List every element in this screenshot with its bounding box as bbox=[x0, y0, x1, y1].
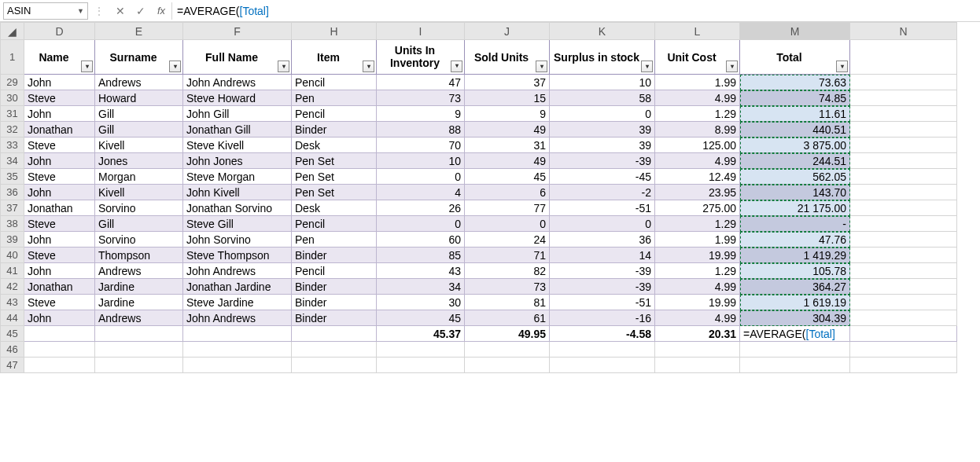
cell[interactable] bbox=[850, 75, 957, 90]
cell-K[interactable]: -39 bbox=[550, 263, 655, 279]
cell-K[interactable]: -51 bbox=[550, 200, 655, 216]
cell-D[interactable]: Jonathan bbox=[24, 122, 95, 138]
col-header-I[interactable]: I bbox=[377, 23, 465, 40]
cell-H[interactable]: Binder bbox=[292, 310, 377, 326]
row-header[interactable]: 37 bbox=[1, 200, 24, 216]
cell[interactable] bbox=[292, 342, 377, 358]
cell[interactable] bbox=[95, 342, 183, 358]
cell-I[interactable]: 10 bbox=[377, 153, 465, 169]
cell[interactable] bbox=[24, 342, 95, 358]
cell-H[interactable]: Pencil bbox=[292, 106, 377, 122]
cell-D[interactable]: Steve bbox=[24, 295, 95, 310]
filter-button[interactable]: ▾ bbox=[536, 60, 547, 72]
cell-M[interactable]: 364.27 bbox=[740, 279, 850, 295]
formula-input[interactable]: =AVERAGE([Total] bbox=[171, 2, 980, 20]
cell[interactable] bbox=[850, 263, 957, 279]
cell-L[interactable]: 8.99 bbox=[655, 122, 740, 138]
row-header[interactable]: 32 bbox=[1, 122, 24, 138]
cell-F[interactable]: Steve Gill bbox=[183, 216, 292, 232]
cell[interactable] bbox=[850, 295, 957, 310]
cell-L[interactable]: 19.99 bbox=[655, 248, 740, 263]
cell-F[interactable]: John Gill bbox=[183, 106, 292, 122]
th-surname[interactable]: Surname▾ bbox=[95, 40, 183, 75]
cell[interactable] bbox=[292, 326, 377, 342]
cell-H[interactable]: Pencil bbox=[292, 263, 377, 279]
cell-H[interactable]: Pen Set bbox=[292, 169, 377, 185]
row-header-1[interactable]: 1 bbox=[1, 40, 24, 75]
col-header-N[interactable]: N bbox=[850, 23, 957, 40]
name-box[interactable]: ASIN ▼ bbox=[3, 2, 88, 20]
cell-M[interactable]: 562.05 bbox=[740, 169, 850, 185]
th-fullname[interactable]: Full Name▾ bbox=[183, 40, 292, 75]
cell[interactable] bbox=[95, 326, 183, 342]
cell-J[interactable]: 0 bbox=[465, 216, 550, 232]
cell-E[interactable]: Jones bbox=[95, 153, 183, 169]
cell[interactable] bbox=[850, 200, 957, 216]
cell-H[interactable]: Pen Set bbox=[292, 153, 377, 169]
cell-F[interactable]: Steve Morgan bbox=[183, 169, 292, 185]
cell-F[interactable]: John Andrews bbox=[183, 75, 292, 90]
cell-J[interactable]: 61 bbox=[465, 310, 550, 326]
cell-F[interactable]: John Jones bbox=[183, 153, 292, 169]
filter-button[interactable]: ▾ bbox=[641, 60, 653, 72]
filter-button[interactable]: ▾ bbox=[451, 60, 462, 72]
cell[interactable] bbox=[465, 358, 550, 373]
col-header-J[interactable]: J bbox=[465, 23, 550, 40]
cell-J[interactable]: 15 bbox=[465, 90, 550, 106]
cell-M[interactable]: 73.63 bbox=[740, 75, 850, 90]
cell-I[interactable]: 34 bbox=[377, 279, 465, 295]
cell-M[interactable]: - bbox=[740, 216, 850, 232]
cell-I[interactable]: 0 bbox=[377, 169, 465, 185]
cell-J[interactable]: 82 bbox=[465, 263, 550, 279]
cell-K[interactable]: -45 bbox=[550, 169, 655, 185]
cell-F[interactable]: Steve Jardine bbox=[183, 295, 292, 310]
cell-L[interactable]: 4.99 bbox=[655, 90, 740, 106]
cell-D[interactable]: John bbox=[24, 75, 95, 90]
cell-E[interactable]: Howard bbox=[95, 90, 183, 106]
cell[interactable] bbox=[292, 358, 377, 373]
cell[interactable] bbox=[850, 248, 957, 263]
cell[interactable] bbox=[850, 279, 957, 295]
cell-D[interactable]: John bbox=[24, 106, 95, 122]
editing-cell[interactable]: =AVERAGE([Total] bbox=[740, 326, 850, 342]
cell-I[interactable]: 47 bbox=[377, 75, 465, 90]
cell-D[interactable]: John bbox=[24, 263, 95, 279]
cell-F[interactable]: John Kivell bbox=[183, 185, 292, 200]
cell-I[interactable]: 9 bbox=[377, 106, 465, 122]
cell-D[interactable]: Steve bbox=[24, 216, 95, 232]
cell-L[interactable]: 12.49 bbox=[655, 169, 740, 185]
cell-E[interactable]: Jardine bbox=[95, 279, 183, 295]
cell-K[interactable]: 58 bbox=[550, 90, 655, 106]
cell[interactable] bbox=[850, 326, 957, 342]
filter-button[interactable]: ▾ bbox=[363, 60, 374, 72]
cell-E[interactable]: Kivell bbox=[95, 138, 183, 153]
cell[interactable] bbox=[850, 358, 957, 373]
cell-E[interactable]: Gill bbox=[95, 106, 183, 122]
cell-K[interactable]: 0 bbox=[550, 216, 655, 232]
col-header-L[interactable]: L bbox=[655, 23, 740, 40]
cell-I[interactable]: 73 bbox=[377, 90, 465, 106]
cell-J[interactable]: 49 bbox=[465, 122, 550, 138]
cell-E[interactable]: Gill bbox=[95, 122, 183, 138]
cell-J[interactable]: 81 bbox=[465, 295, 550, 310]
total-J[interactable]: 49.95 bbox=[465, 326, 550, 342]
cell-H[interactable]: Pencil bbox=[292, 75, 377, 90]
cell-H[interactable]: Binder bbox=[292, 279, 377, 295]
cell-I[interactable]: 88 bbox=[377, 122, 465, 138]
cell-F[interactable]: Steve Kivell bbox=[183, 138, 292, 153]
cell-L[interactable]: 1.29 bbox=[655, 263, 740, 279]
cell-J[interactable]: 77 bbox=[465, 200, 550, 216]
cell-J[interactable]: 31 bbox=[465, 138, 550, 153]
cell-K[interactable]: 39 bbox=[550, 122, 655, 138]
cell[interactable] bbox=[465, 342, 550, 358]
cell-D[interactable]: John bbox=[24, 232, 95, 248]
cell[interactable] bbox=[850, 122, 957, 138]
spreadsheet-grid[interactable]: ◢ D E F H I J K L M N 1 Name▾ Surname▾ F… bbox=[0, 22, 980, 373]
cell-L[interactable]: 1.29 bbox=[655, 106, 740, 122]
cell-K[interactable]: -2 bbox=[550, 185, 655, 200]
row-header[interactable]: 47 bbox=[1, 358, 24, 373]
cell-D[interactable]: Jonathan bbox=[24, 200, 95, 216]
cell-L[interactable]: 125.00 bbox=[655, 138, 740, 153]
cell-E[interactable]: Andrews bbox=[95, 310, 183, 326]
cell-H[interactable]: Binder bbox=[292, 295, 377, 310]
